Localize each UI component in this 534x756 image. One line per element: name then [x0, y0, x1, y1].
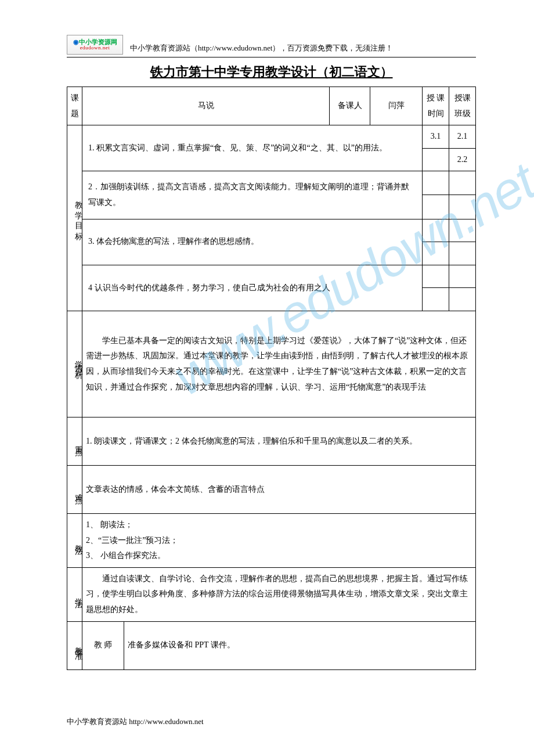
goal-2: 2．加强朗读训练，提高文言语感，提高文言文阅读能力。理解短文阐明的道理；背诵并默… — [82, 171, 423, 219]
goal-4: 4 认识当今时代的优越条件，努力学习，使自己成为社会的有用之人 — [82, 265, 423, 311]
header-divider — [67, 57, 476, 57]
beikeren-value: 闫萍 — [370, 87, 423, 125]
time-empty-6 — [423, 265, 449, 288]
page-footer: 中小学教育资源站 http://www.edudown.net — [67, 717, 476, 727]
time-empty-5 — [423, 242, 449, 265]
xuefa-text: 通过自读课文、自学讨论、合作交流，理解作者的思想，提高自己的思想境界，把握主旨。… — [82, 567, 476, 621]
label-keti: 课题 — [67, 87, 82, 125]
time-3-1: 3.1 — [423, 125, 449, 149]
time-empty-4 — [423, 219, 449, 242]
header-text: 中小学教育资源站（http://www.edudown.net），百万资源免费下… — [130, 43, 476, 55]
label-shoukeshijian: 授 课时间 — [423, 87, 449, 125]
class-empty-4 — [449, 219, 476, 242]
class-2-1: 2.1 — [449, 125, 476, 149]
page-title: 铁力市第十中学专用教学设计（初二语文） — [67, 63, 476, 81]
time-empty-3 — [423, 195, 449, 219]
class-empty-2 — [449, 171, 476, 195]
time-empty-1 — [423, 148, 449, 171]
logo-bottom-text: edudown.net — [80, 45, 110, 51]
label-xueqing: 学情分析 — [67, 311, 82, 417]
label-beikeren: 备课人 — [330, 87, 370, 125]
label-xuefa: 学法 — [67, 567, 82, 621]
label-goals: 教学目标 — [67, 125, 82, 311]
time-empty-7 — [423, 288, 449, 311]
class-2-2: 2.2 — [449, 148, 476, 171]
jiaofa-text: 1、 朗读法； 2、“三读一批注”预习法； 3、 小组合作探究法。 — [82, 513, 476, 567]
keti-value: 马说 — [82, 87, 330, 125]
label-jiaofa: 教法 — [67, 513, 82, 567]
goal-1: 1. 积累文言实词、虚词，重点掌握“食、见、策、尽”的词义和“之、其、以”的用法… — [82, 125, 423, 171]
class-empty-3 — [449, 195, 476, 219]
label-nandian: 难点 — [67, 465, 82, 513]
label-zhongdian: 重点 — [67, 417, 82, 465]
jiaoxuezhun-text: 准备多媒体设备和 PPT 课件。 — [124, 621, 476, 669]
class-empty-7 — [449, 288, 476, 311]
label-jiaoshi: 教 师 — [82, 621, 124, 669]
nandian-text: 文章表达的情感，体会本文简练、含蓄的语言特点 — [82, 465, 476, 513]
time-empty-2 — [423, 171, 449, 195]
xueqing-text: 学生已基本具备一定的阅读古文知识，特别是上期学习过《爱莲说》，大体了解了“说”这… — [82, 311, 476, 417]
zhongdian-text: 1. 朗读课文，背诵课文；2 体会托物寓意的写法，理解伯乐和千里马的寓意以及二者… — [82, 417, 476, 465]
goal-3: 3. 体会托物寓意的写法，理解作者的思想感情。 — [82, 219, 423, 265]
class-empty-6 — [449, 265, 476, 288]
class-empty-5 — [449, 242, 476, 265]
lesson-plan-table: 课题 马说 备课人 闫萍 授 课时间 授课班级 教学目标 1. 积累文言实词、虚… — [67, 87, 476, 670]
label-jiaoxuezhun: 教学准 — [67, 621, 82, 669]
label-shoukebanji: 授课班级 — [449, 87, 476, 125]
site-logo: ◉中小学资源网 edudown.net — [67, 35, 123, 55]
